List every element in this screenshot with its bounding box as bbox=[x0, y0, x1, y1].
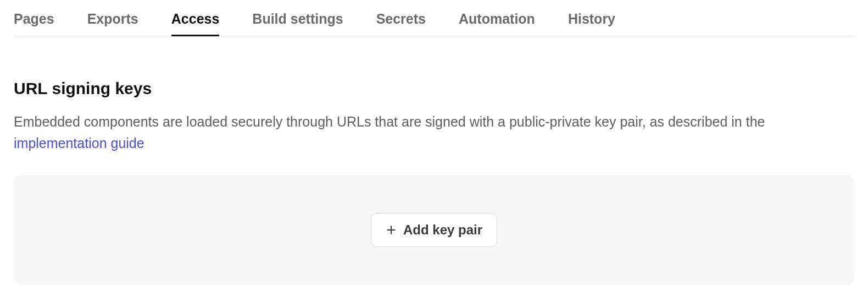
tab-automation[interactable]: Automation bbox=[459, 11, 535, 36]
description-text: Embedded components are loaded securely … bbox=[14, 114, 765, 129]
tab-secrets[interactable]: Secrets bbox=[376, 11, 426, 36]
section-description: Embedded components are loaded securely … bbox=[14, 111, 849, 154]
section-title: URL signing keys bbox=[14, 79, 854, 98]
add-key-pair-button[interactable]: Add key pair bbox=[371, 213, 497, 247]
tab-pages[interactable]: Pages bbox=[14, 11, 54, 36]
tab-exports[interactable]: Exports bbox=[87, 11, 138, 36]
tab-access[interactable]: Access bbox=[171, 11, 220, 36]
tab-build-settings[interactable]: Build settings bbox=[252, 11, 343, 36]
url-signing-keys-section: URL signing keys Embedded components are… bbox=[14, 79, 854, 285]
plus-icon bbox=[386, 224, 397, 235]
key-pair-empty-panel: Add key pair bbox=[14, 175, 854, 285]
add-key-pair-label: Add key pair bbox=[403, 222, 482, 238]
tab-history[interactable]: History bbox=[568, 11, 615, 36]
implementation-guide-link[interactable]: implementation guide bbox=[14, 135, 144, 151]
tab-bar: Pages Exports Access Build settings Secr… bbox=[14, 11, 854, 36]
